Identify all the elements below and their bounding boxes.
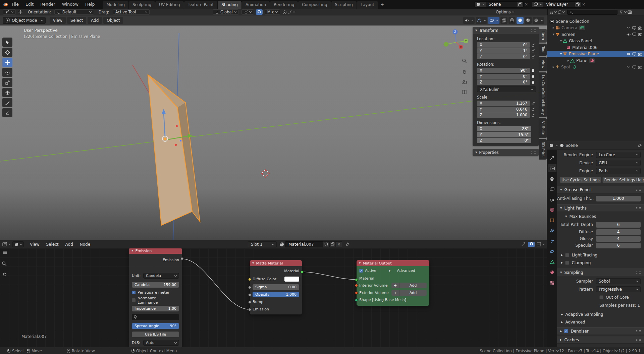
tab-render-props[interactable] bbox=[548, 164, 556, 172]
scale-tool[interactable] bbox=[2, 78, 12, 87]
tab-scene-props[interactable] bbox=[548, 195, 556, 203]
transform-tool[interactable] bbox=[2, 88, 12, 97]
add-workspace-button[interactable]: + bbox=[378, 1, 386, 9]
tab-modifier-props[interactable] bbox=[548, 227, 556, 235]
light-data-icon[interactable] bbox=[572, 65, 578, 69]
exterior-add-button[interactable]: +Add bbox=[391, 290, 427, 296]
tab-scripting[interactable]: Scripting bbox=[331, 1, 357, 9]
dimension-x-field[interactable]: X28" bbox=[477, 126, 531, 131]
lock-location-z-icon[interactable] bbox=[530, 55, 536, 59]
remove-view-layer-icon[interactable]: × bbox=[581, 2, 586, 7]
outliner-row-camera[interactable]: ▶Camera bbox=[547, 25, 644, 32]
menu-file[interactable]: File bbox=[8, 0, 22, 9]
lock-location-x-icon[interactable] bbox=[530, 43, 536, 47]
light-tracing-checkbox[interactable] bbox=[565, 253, 569, 257]
outliner-row-glass-panel[interactable]: ▼Glass Panel bbox=[547, 38, 644, 45]
tab-view-layer-props[interactable] bbox=[548, 185, 556, 193]
tab-texture-props[interactable] bbox=[548, 279, 556, 287]
view-layer-icon[interactable] bbox=[532, 2, 543, 7]
hide-icon[interactable] bbox=[627, 65, 631, 69]
denoiser-checkbox[interactable]: ✓ bbox=[564, 329, 568, 333]
node-matte-material[interactable]: ▼Matte Material Material Diffuse Color S… bbox=[250, 260, 302, 314]
tab-material-props[interactable] bbox=[548, 268, 556, 276]
menu-window[interactable]: Window bbox=[59, 0, 82, 9]
shader-menu-add[interactable]: Add bbox=[62, 242, 76, 247]
outliner-row-emissive-plane[interactable]: ▼Emissive Plane bbox=[547, 51, 644, 58]
rotation-mode-dropdown[interactable]: XYZ Euler bbox=[477, 86, 536, 92]
scale-x-field[interactable]: X1.167 bbox=[477, 101, 530, 106]
light-tracing-section[interactable]: ▶Light Tracing bbox=[557, 252, 644, 258]
pan-view-icon[interactable] bbox=[460, 67, 469, 76]
matte-material-output-socket[interactable] bbox=[301, 271, 304, 274]
tab-uv-editing[interactable]: UV Editing bbox=[155, 1, 184, 9]
viewport-disable-icon[interactable] bbox=[632, 33, 636, 36]
material-name-field[interactable]: Material.007 bbox=[285, 241, 323, 247]
outliner-row-screen[interactable]: ▼Screen bbox=[547, 31, 644, 38]
select-box-tool[interactable] bbox=[2, 38, 12, 47]
dimension-z-field[interactable]: Z0" bbox=[477, 138, 531, 143]
proportional-editing-icon[interactable] bbox=[281, 9, 288, 15]
caches-section[interactable]: ▶Caches bbox=[557, 336, 644, 344]
rotation-y-field[interactable]: Y0° bbox=[477, 74, 530, 79]
shader-menu-select[interactable]: Select bbox=[43, 242, 62, 247]
transform-orientation-dropdown[interactable]: Global bbox=[213, 9, 239, 15]
opacity-input-socket[interactable] bbox=[248, 293, 251, 296]
material-badge-icon[interactable] bbox=[589, 58, 595, 63]
tab-animation[interactable]: Animation bbox=[242, 1, 270, 9]
viewport-menu-object[interactable]: Object bbox=[103, 17, 123, 24]
opacity-slider[interactable]: Opacity1.000 bbox=[253, 292, 299, 297]
node-snap-toggle-icon[interactable] bbox=[528, 242, 535, 247]
tab-output-props[interactable] bbox=[548, 175, 556, 183]
light-paths-section[interactable]: ▼Light Paths bbox=[557, 204, 644, 212]
lock-scale-y-icon[interactable] bbox=[530, 107, 536, 111]
tab-tool[interactable]: Tool bbox=[539, 44, 547, 56]
menu-help[interactable]: Help bbox=[82, 0, 98, 9]
camera-data-icon[interactable] bbox=[579, 25, 585, 30]
editor-type-icon[interactable] bbox=[2, 242, 10, 246]
interior-add-button[interactable]: +Add bbox=[391, 283, 427, 288]
candela-slider[interactable]: Candela159.00 bbox=[132, 282, 179, 288]
location-y-field[interactable]: Y-1" bbox=[477, 48, 530, 54]
cursor-tool[interactable] bbox=[2, 48, 12, 57]
scene-icon[interactable] bbox=[475, 2, 486, 7]
tab-vi-suite[interactable]: VI-Suite bbox=[539, 118, 547, 138]
emissive-plane-object[interactable] bbox=[148, 75, 200, 225]
tab-modeling[interactable]: Modeling bbox=[103, 1, 128, 9]
pin-icon[interactable] bbox=[638, 143, 642, 148]
shading-rendered-icon[interactable] bbox=[533, 17, 544, 24]
anti-aliasing-slider[interactable]: 1.000 bbox=[596, 196, 641, 201]
tab-tool-props[interactable] bbox=[548, 154, 556, 162]
sigma-input-socket[interactable] bbox=[248, 286, 251, 289]
glossy-slider[interactable]: 4 bbox=[596, 236, 641, 242]
shape-input-socket[interactable] bbox=[355, 299, 358, 302]
camera-view-icon[interactable] bbox=[460, 77, 469, 86]
clamping-checkbox[interactable] bbox=[565, 261, 569, 265]
menu-edit[interactable]: Edit bbox=[22, 0, 37, 9]
menu-render[interactable]: Render bbox=[37, 0, 59, 9]
lock-scale-x-icon[interactable] bbox=[530, 102, 536, 105]
rotation-z-field[interactable]: Z0° bbox=[477, 79, 530, 85]
location-z-field[interactable]: Z0" bbox=[477, 54, 530, 59]
scale-z-field[interactable]: Z1.000 bbox=[477, 112, 530, 118]
spread-angle-slider[interactable]: Spread Angle90° bbox=[132, 323, 179, 329]
importance-slider[interactable]: Importance1.00 bbox=[132, 306, 179, 311]
tab-3d-print[interactable]: 3D-Print bbox=[539, 139, 547, 160]
pin-icon[interactable] bbox=[345, 242, 350, 246]
node-canvas[interactable]: ▼Emission Emission Unit:Candela Candela1… bbox=[0, 248, 547, 347]
xray-toggle-icon[interactable] bbox=[500, 17, 507, 24]
output-material-input-socket[interactable] bbox=[355, 278, 358, 281]
outliner-row-plane[interactable]: ▶Plane bbox=[547, 57, 644, 64]
render-disable-icon[interactable] bbox=[638, 26, 642, 30]
unit-dropdown[interactable]: Candela bbox=[143, 273, 179, 279]
unlink-scene-icon[interactable]: × bbox=[524, 2, 529, 7]
viewport-disable-icon[interactable] bbox=[632, 52, 636, 56]
outliner-row-scene-collection[interactable]: Scene Collection bbox=[547, 18, 644, 25]
editor-menu-icon[interactable] bbox=[2, 250, 7, 254]
active-tool-selector[interactable] bbox=[3, 9, 16, 15]
use-ies-file-button[interactable]: Use IES File bbox=[132, 332, 179, 337]
snap-mode-dropdown[interactable]: Mix bbox=[265, 9, 280, 15]
node-material-output[interactable]: ▼Material Output ✓Active ▶ Advanced Mate… bbox=[357, 260, 429, 306]
lock-rotation-x-icon[interactable] bbox=[530, 69, 536, 72]
diffuse-color-swatch[interactable] bbox=[284, 277, 299, 282]
shader-menu-node[interactable]: Node bbox=[76, 242, 94, 247]
